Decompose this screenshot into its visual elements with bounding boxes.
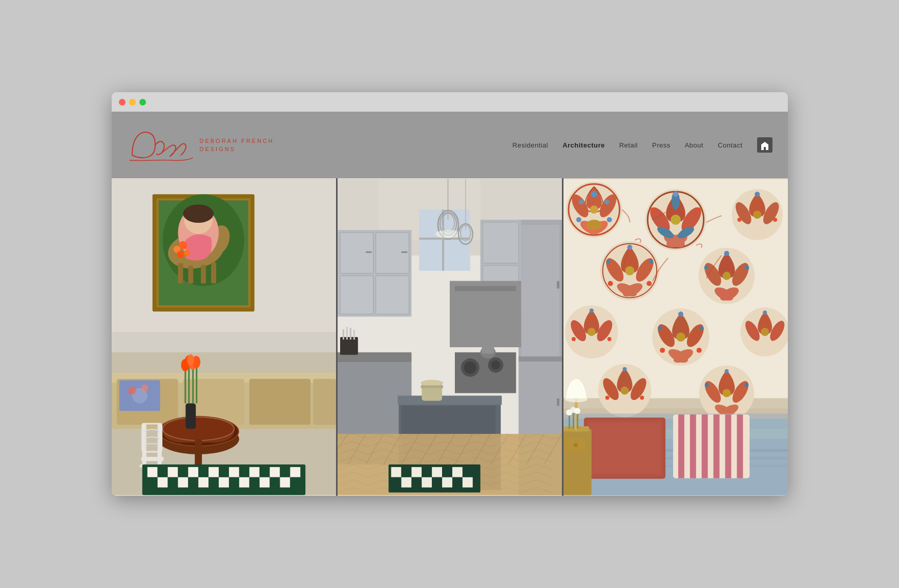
svg-point-201 <box>773 218 777 222</box>
svg-rect-80 <box>259 477 269 488</box>
svg-rect-113 <box>557 281 559 289</box>
svg-point-252 <box>640 395 644 400</box>
svg-rect-43 <box>185 403 196 429</box>
svg-rect-8 <box>188 266 193 284</box>
minimize-button[interactable] <box>129 99 136 106</box>
svg-rect-78 <box>239 477 249 488</box>
svg-rect-68 <box>290 467 300 477</box>
svg-rect-83 <box>290 477 300 488</box>
svg-rect-287 <box>572 411 574 429</box>
svg-rect-104 <box>401 251 407 253</box>
maximize-button[interactable] <box>139 99 146 106</box>
svg-rect-101 <box>340 276 373 314</box>
svg-point-240 <box>660 348 665 353</box>
svg-rect-62 <box>228 467 239 477</box>
svg-rect-66 <box>269 467 280 477</box>
svg-rect-278 <box>737 414 743 478</box>
svg-rect-125 <box>454 286 515 291</box>
svg-point-28 <box>128 387 136 395</box>
svg-rect-145 <box>411 467 422 477</box>
nav-architecture[interactable]: Architecture <box>562 141 605 149</box>
browser-chrome <box>112 92 788 112</box>
svg-rect-286 <box>568 413 570 429</box>
svg-rect-159 <box>340 337 358 355</box>
houzz-icon[interactable] <box>757 137 772 153</box>
svg-rect-156 <box>442 477 452 488</box>
photo-bedroom[interactable] <box>563 178 788 496</box>
svg-rect-117 <box>483 222 518 263</box>
svg-point-223 <box>722 272 730 280</box>
svg-rect-149 <box>452 467 462 477</box>
svg-rect-7 <box>178 263 183 284</box>
svg-rect-163 <box>353 330 354 340</box>
svg-rect-75 <box>208 477 219 488</box>
svg-point-214 <box>625 266 634 276</box>
svg-rect-161 <box>346 327 347 340</box>
nav-about[interactable]: About <box>685 141 703 149</box>
svg-point-199 <box>753 211 761 219</box>
svg-point-192 <box>671 215 681 225</box>
svg-rect-65 <box>259 467 269 477</box>
svg-rect-162 <box>349 328 351 340</box>
nav-contact[interactable]: Contact <box>718 141 742 149</box>
svg-rect-144 <box>401 467 411 477</box>
svg-rect-166 <box>421 386 443 388</box>
svg-point-253 <box>605 395 609 400</box>
main-nav: Residential Architecture Retail Press Ab… <box>512 137 772 153</box>
svg-point-193 <box>673 192 678 197</box>
svg-point-220 <box>724 251 729 256</box>
svg-point-213 <box>608 281 613 286</box>
svg-rect-146 <box>422 467 432 477</box>
svg-point-180 <box>576 217 581 222</box>
svg-rect-74 <box>198 477 208 488</box>
svg-rect-279 <box>563 429 592 495</box>
svg-rect-71 <box>168 477 178 488</box>
svg-point-52 <box>187 354 194 366</box>
svg-point-179 <box>607 217 612 222</box>
svg-rect-77 <box>228 477 239 488</box>
svg-rect-24 <box>249 379 310 425</box>
svg-point-229 <box>607 337 611 341</box>
svg-point-165 <box>421 380 443 386</box>
nav-retail[interactable]: Retail <box>619 141 638 149</box>
svg-point-178 <box>578 199 583 204</box>
svg-rect-81 <box>269 477 280 488</box>
svg-rect-67 <box>280 467 290 477</box>
svg-point-237 <box>699 326 703 330</box>
svg-rect-271 <box>589 423 660 474</box>
svg-rect-275 <box>701 414 707 478</box>
svg-point-194 <box>696 207 700 212</box>
close-button[interactable] <box>119 99 126 106</box>
svg-point-176 <box>591 191 597 197</box>
svg-point-14 <box>183 204 214 223</box>
svg-rect-79 <box>249 477 259 488</box>
svg-point-195 <box>651 207 655 212</box>
svg-rect-61 <box>219 467 229 477</box>
svg-rect-274 <box>689 414 696 478</box>
svg-point-241 <box>676 332 685 342</box>
svg-rect-143 <box>391 467 401 477</box>
svg-point-245 <box>761 328 769 336</box>
svg-rect-56 <box>168 467 178 477</box>
svg-point-251 <box>622 367 626 371</box>
svg-point-250 <box>620 387 629 395</box>
svg-point-121 <box>464 362 476 374</box>
logo-text: DEBORAH FRENCH DESIGNS <box>200 137 274 154</box>
svg-rect-82 <box>280 477 290 488</box>
svg-rect-72 <box>178 477 188 488</box>
svg-rect-288 <box>576 412 578 429</box>
svg-rect-150 <box>462 467 472 477</box>
svg-point-238 <box>658 326 662 330</box>
svg-point-200 <box>755 192 760 197</box>
photo-kitchen[interactable] <box>338 178 563 496</box>
svg-rect-115 <box>518 356 562 362</box>
nav-residential[interactable]: Residential <box>512 141 548 149</box>
svg-rect-70 <box>157 477 168 488</box>
svg-rect-155 <box>432 477 442 488</box>
svg-point-259 <box>722 389 730 397</box>
svg-rect-55 <box>157 467 168 477</box>
photo-dining-room[interactable] <box>112 178 338 496</box>
nav-press[interactable]: Press <box>652 141 671 149</box>
svg-point-236 <box>678 311 683 317</box>
svg-point-18 <box>184 250 190 256</box>
